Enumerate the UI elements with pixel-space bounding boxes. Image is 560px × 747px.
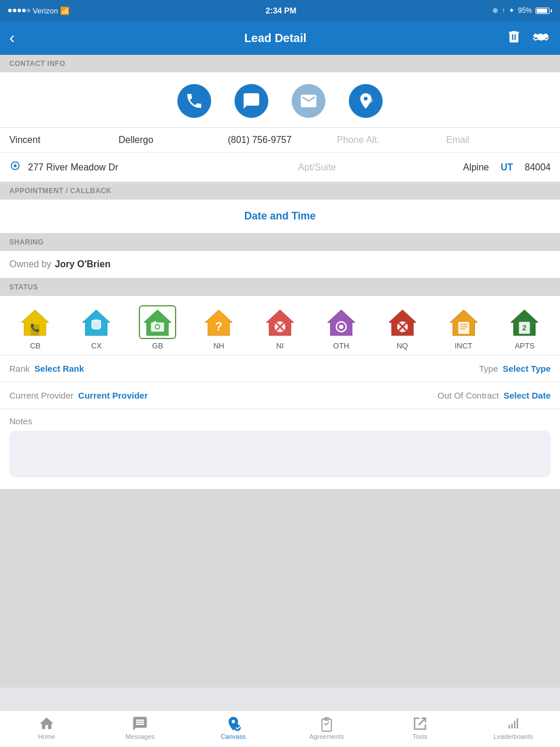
status-apts[interactable]: 2 APTS [501, 305, 548, 350]
svg-text:2: 2 [523, 323, 527, 332]
messages-icon [132, 715, 148, 732]
svg-point-1 [14, 165, 17, 167]
owned-by-row: Owned by Jory O'Brien [0, 251, 560, 278]
chat-button[interactable] [235, 84, 268, 118]
svg-text:📞: 📞 [30, 323, 40, 333]
status-bar-time: 2:34 PM [265, 6, 296, 15]
back-button[interactable]: ‹ [9, 29, 15, 47]
header-left: ‹ [9, 29, 44, 47]
tools-icon [412, 715, 428, 732]
nav-leaderboards-label: Leaderboards [494, 733, 533, 740]
status-cx[interactable]: CX [73, 305, 120, 350]
status-cb[interactable]: 📞 CB [12, 305, 58, 350]
appointment-section: Date and Time [0, 200, 560, 233]
oth-icon-container [323, 305, 360, 339]
status-nq[interactable]: NQ [379, 305, 426, 350]
notes-textarea[interactable] [9, 431, 551, 477]
state-field[interactable]: UT [501, 162, 513, 173]
apts-icon-container: 2 [506, 305, 543, 339]
type-select[interactable]: Select Type [503, 364, 551, 374]
cx-icon-container [78, 305, 115, 339]
provider-select[interactable]: Current Provider [78, 390, 148, 400]
svg-point-32 [234, 724, 241, 731]
nav-messages[interactable]: Messages [117, 715, 163, 740]
phone-number[interactable]: (801) 756-9757 [228, 135, 332, 145]
rank-select[interactable]: Select Rank [34, 364, 84, 374]
battery-body [536, 8, 550, 14]
provider-row: Current Provider Current Provider Out Of… [0, 382, 560, 409]
nav-messages-label: Messages [125, 733, 155, 740]
apt-suite-field[interactable]: Apt/Suite [298, 162, 456, 173]
location-icon: ⊕ [492, 6, 498, 15]
nq-label: NQ [397, 341, 408, 350]
dot1 [8, 9, 12, 12]
map-button[interactable] [349, 84, 383, 118]
header-right [506, 27, 551, 49]
provider-label: Current Provider [9, 390, 74, 400]
inct-icon-container [445, 305, 482, 339]
location-pin-icon [9, 160, 21, 174]
street-address[interactable]: 277 River Meadow Dr [28, 162, 291, 173]
call-button[interactable] [177, 84, 211, 118]
contact-name-phone-row: Vincent Dellergo (801) 756-9757 Phone Al… [0, 128, 560, 153]
email-field[interactable]: Email [446, 135, 551, 145]
address-row: 277 River Meadow Dr Apt/Suite Alpine UT … [0, 153, 560, 182]
ni-label: NI [276, 341, 284, 350]
svg-rect-10 [154, 322, 157, 323]
status-oth[interactable]: OTH [318, 305, 365, 350]
nav-tools-label: Tools [412, 733, 428, 740]
nav-tools[interactable]: Tools [397, 715, 443, 740]
dot3 [18, 9, 21, 12]
svg-point-19 [339, 324, 343, 329]
phone-alt-field[interactable]: Phone Alt. [337, 135, 442, 145]
battery-icon [536, 8, 552, 14]
canvass-icon [225, 715, 242, 732]
nav-home[interactable]: Home [23, 715, 70, 740]
carrier-name: Verizon [33, 6, 58, 15]
dot2 [13, 9, 16, 12]
appointment-header: APPOINTMENT / CALLBACK [0, 182, 560, 200]
nq-icon-container [384, 305, 421, 339]
dot5 [27, 9, 30, 12]
battery-percent: 95% [518, 6, 532, 15]
status-nh[interactable]: ? NH [195, 305, 242, 350]
owner-name: Jory O'Brien [55, 259, 110, 270]
nav-agreements-label: Agreements [309, 733, 344, 740]
rank-type-row: Rank Select Rank Type Select Type [0, 355, 560, 382]
svg-rect-25 [458, 322, 469, 334]
trash-button[interactable] [506, 29, 522, 47]
owned-by-label: Owned by [9, 259, 51, 270]
contract-date-select[interactable]: Select Date [503, 390, 551, 400]
leaderboards-icon [505, 715, 522, 732]
agreements-icon [318, 715, 335, 732]
home-icon [38, 715, 55, 732]
dot4 [22, 9, 26, 12]
email-button[interactable] [292, 84, 326, 118]
status-inct[interactable]: INCT [440, 305, 487, 350]
nav-home-label: Home [38, 733, 55, 740]
nav-canvass[interactable]: Canvass [210, 715, 257, 740]
ni-icon-container [261, 305, 299, 339]
arrow-icon: ↑ [502, 6, 505, 15]
nav-agreements[interactable]: Agreements [303, 715, 350, 740]
rank-label: Rank [9, 364, 30, 374]
battery-fill [537, 9, 547, 13]
type-label: Type [479, 364, 498, 374]
bluetooth-icon: ✦ [509, 6, 514, 15]
status-gb[interactable]: GB [134, 305, 181, 350]
oth-label: OTH [333, 341, 349, 350]
status-ni[interactable]: NI [257, 305, 303, 350]
gb-icon-container [139, 305, 176, 339]
status-icons-row: 📞 CB CX GB [0, 296, 560, 355]
nav-leaderboards[interactable]: Leaderboards [490, 715, 537, 740]
handshake-button[interactable] [531, 27, 551, 49]
zip-field[interactable]: 84004 [525, 162, 551, 173]
cb-icon-container: 📞 [16, 305, 54, 339]
nh-label: NH [214, 341, 225, 350]
notes-section: Notes [0, 409, 560, 489]
city-field[interactable]: Alpine [463, 162, 489, 173]
map-area [0, 489, 560, 687]
date-time-button[interactable]: Date and Time [0, 200, 560, 233]
svg-point-9 [156, 325, 159, 329]
signal-dots [8, 9, 30, 12]
